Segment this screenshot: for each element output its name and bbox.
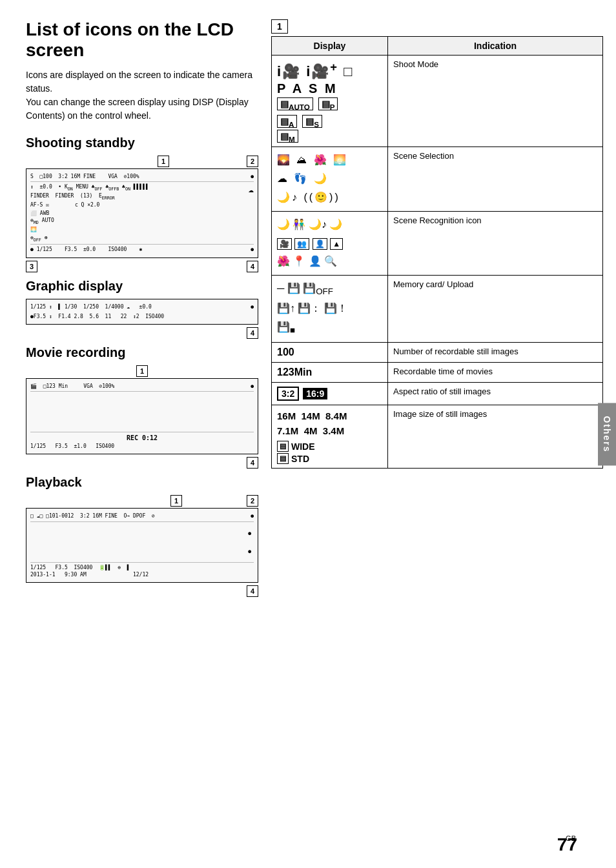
graphic-display-section: Graphic display 1/125 ↕ ▌ 1/30 1/250 1/4… [26, 279, 258, 339]
table-row: 🌄 ⛰ 🌺 🌅 ☁ 👣 🌙 🌙♪ ((🙂)) Scene Selection [272, 147, 603, 211]
icons-table: Display Indication i🎥 i🎥+ □ P A S M ▤AUT… [271, 36, 603, 469]
intro-text: Icons are displayed on the screen to ind… [26, 68, 258, 123]
table-row: ─ 💾 💾OFF 💾↑ 💾： 💾！ 💾■ Memory card/ Upload [272, 276, 603, 343]
graphic-display-title: Graphic display [26, 279, 258, 294]
shooting-standby-title: Shooting standby [26, 136, 258, 150]
playback-title: Playback [26, 475, 258, 490]
image-size-display: 16M 14M 8.4M 7.1M 4M 3.4M ▤ WIDE ▤ STD [272, 405, 388, 469]
aspect-32-badge: 3:2 [277, 387, 299, 401]
image-size-indication: Image size of still images [388, 405, 603, 469]
shooting-standby-section: Shooting standby 1 2 S □100 3:2 16M FINE… [26, 136, 258, 272]
memory-card-indication: Memory card/ Upload [388, 276, 603, 343]
movie-recording-section: Movie recording 1 🎬 □123 Min VGA ⊘100% ●… [26, 345, 258, 469]
scene-recognition-indication: Scene Recognition icon [388, 211, 603, 275]
graphic-display-lcd: 1/125 ↕ ▌ 1/30 1/250 1/4000 ☁ ±0.0 ● ●F3… [26, 299, 258, 325]
playback-section: Playback 1 2 □ ☁□ □101-0012 3:2 16M FINE… [26, 475, 258, 597]
table-row: 100 Number of recordable still images [272, 343, 603, 363]
page-number: 77 [557, 834, 577, 855]
scene-selection-indication: Scene Selection [388, 147, 603, 211]
aspect-169-badge: 16:9 [303, 388, 327, 399]
table-row: 3:2 16:9 Aspect ratio of still images [272, 383, 603, 405]
recordable-images-display: 100 [272, 343, 388, 363]
aspect-ratio-display: 3:2 16:9 [272, 383, 388, 405]
image-size-values: 16M 14M 8.4M 7.1M 4M 3.4M [277, 409, 382, 438]
label-2-shooting: 2 [247, 156, 258, 167]
shoot-mode-indication: Shoot Mode [388, 56, 603, 147]
table-header-indication: Indication [388, 37, 603, 56]
shooting-labels: 3 4 [26, 261, 258, 272]
movie-recording-title: Movie recording [26, 345, 258, 360]
table-row: 123Min Recordable time of movies [272, 363, 603, 383]
table-row: 🌙⁩ 👫 🌙♪ 🌙⁩ 🎥 👥 👤 ▲ 🌺 📍 👤 🔍 Scene Recogni… [272, 211, 603, 275]
scene-recognition-display: 🌙⁩ 👫 🌙♪ 🌙⁩ 🎥 👥 👤 ▲ 🌺 📍 👤 🔍 [272, 211, 388, 275]
label-1-shooting: 1 [158, 156, 169, 167]
playback-lcd: □ ☁□ □101-0012 3:2 16M FINE O→ DPOF ⊘ ● … [26, 508, 258, 583]
aspect-ratio-indication: Aspect ratio of still images [388, 383, 603, 405]
recordable-images-indication: Number of recordable still images [388, 343, 603, 363]
recordable-time-display: 123Min [272, 363, 388, 383]
memory-card-display: ─ 💾 💾OFF 💾↑ 💾： 💾！ 💾■ [272, 276, 388, 343]
table-number: 1 [271, 19, 288, 34]
recordable-time-indication: Recordable time of movies [388, 363, 603, 383]
label-1-movie: 1 [136, 365, 148, 377]
movie-recording-lcd: 🎬 □123 Min VGA ⊘100% ● REC 0:12 1/125 F3… [26, 378, 258, 454]
playback-labels: 4 [26, 585, 258, 597]
shooting-standby-lcd: S □100 3:2 16M FINE VGA ⊘100% ● ↕ ±0.0 •… [26, 168, 258, 258]
others-tab: Others [598, 403, 616, 465]
table-header-display: Display [272, 37, 388, 56]
label-1-playback: 1 [170, 495, 182, 507]
label-2-playback: 2 [247, 495, 258, 507]
table-row: 16M 14M 8.4M 7.1M 4M 3.4M ▤ WIDE ▤ STD [272, 405, 603, 469]
page-title: List of icons on the LCD screen [26, 19, 258, 61]
graphic-labels: 4 [26, 327, 258, 339]
table-row: i🎥 i🎥+ □ P A S M ▤AUTO ▤P ▤A ▤S ▤M [272, 56, 603, 147]
movie-labels: 4 [26, 457, 258, 469]
shoot-mode-display: i🎥 i🎥+ □ P A S M ▤AUTO ▤P ▤A ▤S ▤M [272, 56, 388, 147]
scene-selection-display: 🌄 ⛰ 🌺 🌅 ☁ 👣 🌙 🌙♪ ((🙂)) [272, 147, 388, 211]
